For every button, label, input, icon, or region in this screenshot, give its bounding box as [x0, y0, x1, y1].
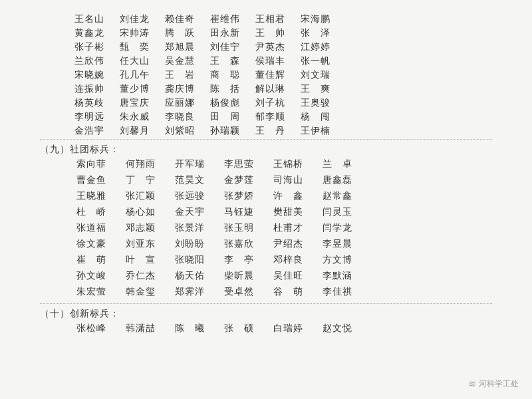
name: 马钰婕 [214, 206, 263, 218]
name: 宋海鹏 [293, 13, 338, 25]
name: 丁 宁 [116, 174, 165, 186]
name: 王奥骏 [293, 97, 338, 109]
footer-icon: ≋ [468, 378, 476, 390]
name: 王锦桥 [263, 158, 313, 170]
name: 闫学龙 [313, 222, 362, 234]
name: 许 鑫 [263, 190, 313, 202]
name: 韩潇喆 [116, 323, 165, 334]
name: 应丽娜 [157, 97, 202, 109]
s9-row-4: 杜 峤 杨心如 金天宇 马钰婕 樊甜美 闫灵玉 [40, 206, 492, 221]
name: 田 周 [202, 111, 247, 123]
name-row-8: 李明远 朱永威 李晓良 田 周 郁李顺 杨 闯 [66, 111, 492, 123]
name: 张晓阳 [165, 254, 214, 266]
name: 龚庆博 [157, 83, 202, 95]
name: 何翔雨 [116, 158, 165, 170]
name: 索向菲 [66, 158, 116, 170]
name: 陈 括 [202, 83, 247, 95]
name: 刘文瑞 [293, 69, 338, 81]
s9-row-5: 张道福 邓志颖 张景洋 张玉明 杜甫才 闫学龙 [40, 222, 492, 237]
name: 刘佳龙 [112, 13, 157, 25]
name: 李思萤 [214, 158, 263, 170]
section-10-title: （十）创新标兵： [40, 308, 492, 320]
name: 尹英杰 [247, 41, 293, 53]
name: 杨天佑 [165, 270, 214, 282]
name: 董佳辉 [247, 69, 293, 81]
s9-row-3: 王晓雅 张汇颖 张远骏 张梦娇 许 鑫 赵常鑫 [40, 190, 492, 205]
page: 王名山 刘佳龙 赖佳奇 崔维伟 王相君 宋海鹏 黄鑫龙 宋帅涛 腾 跃 田永新 … [0, 0, 532, 399]
name: 董少博 [112, 83, 157, 95]
footer: ≋ 河科学工处 [468, 378, 519, 390]
name: 方文博 [313, 254, 362, 266]
name: 张道福 [66, 222, 116, 234]
name: 刘佳宁 [202, 41, 247, 53]
top-name-section: 王名山 刘佳龙 赖佳奇 崔维伟 王相君 宋海鹏 黄鑫龙 宋帅涛 腾 跃 田永新 … [40, 13, 492, 137]
name: 张 硕 [214, 323, 263, 334]
name-row-9: 金浩宇 刘馨月 刘紫昭 孙瑞颖 王 丹 王伊楠 [66, 125, 492, 137]
name: 孙文峻 [66, 270, 116, 282]
name: 张一帆 [293, 55, 338, 67]
s9-row-1: 索向菲 何翔雨 开军瑞 李思萤 王锦桥 兰 卓 [40, 158, 492, 173]
name: 孙瑞颖 [202, 125, 247, 137]
name: 郁李顺 [247, 111, 293, 123]
name: 侯瑞丰 [247, 55, 293, 67]
name: 黄鑫龙 [66, 27, 112, 39]
name: 朱永威 [112, 111, 157, 123]
name-row-2: 黄鑫龙 宋帅涛 腾 跃 田永新 王 帅 张 泽 [66, 27, 492, 39]
name: 李明远 [66, 111, 112, 123]
name: 邓志颖 [116, 222, 165, 234]
name: 赖佳奇 [157, 13, 202, 25]
name: 王 丹 [247, 125, 293, 137]
section-10: （十）创新标兵： 张松峰 韩潇喆 陈 曦 张 硕 白瑞婷 赵文悦 [40, 308, 492, 337]
name: 田永新 [202, 27, 247, 39]
divider [40, 139, 492, 140]
name: 樊甜美 [263, 206, 313, 218]
name: 韩金玺 [116, 286, 165, 298]
name: 张 泽 [293, 27, 338, 39]
name: 谷 萌 [263, 286, 313, 298]
name: 刘盼盼 [165, 238, 214, 250]
name: 王 森 [202, 55, 247, 67]
section-9: （九）社团标兵： 索向菲 何翔雨 开军瑞 李思萤 王锦桥 兰 卓 曹金鱼 丁 宁… [40, 144, 492, 301]
name: 张景洋 [165, 222, 214, 234]
name: 王 帅 [247, 27, 293, 39]
name: 李晓良 [157, 111, 202, 123]
name: 开军瑞 [165, 158, 214, 170]
s9-row-6: 徐文豪 刘亚东 刘盼盼 张嘉欣 尹绍杰 李昱晨 [40, 238, 492, 253]
name: 李 亭 [214, 254, 263, 266]
name: 宋晓婉 [66, 69, 112, 81]
name: 李默涵 [313, 270, 362, 282]
name: 郑霁洋 [165, 286, 214, 298]
name: 王 爽 [293, 83, 338, 95]
s10-row-1: 张松峰 韩潇喆 陈 曦 张 硕 白瑞婷 赵文悦 [40, 323, 492, 337]
name: 甄 奕 [112, 41, 157, 53]
name: 金浩宇 [66, 125, 112, 137]
name-row-4: 兰欣伟 任大山 吴金慧 王 森 侯瑞丰 张一帆 [66, 55, 492, 67]
name: 崔维伟 [202, 13, 247, 25]
name: 王晓雅 [66, 190, 116, 202]
name: 徐文豪 [66, 238, 116, 250]
name: 王相君 [247, 13, 293, 25]
name: 邓梓良 [263, 254, 313, 266]
name: 王 岩 [157, 69, 202, 81]
name: 刘紫昭 [157, 125, 202, 137]
name: 李佳祺 [313, 286, 362, 298]
section-9-title: （九）社团标兵： [40, 144, 492, 156]
name: 张梦娇 [214, 190, 263, 202]
name: 曹金鱼 [66, 174, 116, 186]
name: 闫灵玉 [313, 206, 362, 218]
name: 柴昕晨 [214, 270, 263, 282]
name-row-5: 宋晓婉 孔几午 王 岩 商 聪 董佳辉 刘文瑞 [66, 69, 492, 81]
name: 金梦莲 [214, 174, 263, 186]
name: 白瑞婷 [263, 323, 313, 334]
name: 刘馨月 [112, 125, 157, 137]
name-row-7: 杨英歧 唐宝庆 应丽娜 杨俊彪 刘子杭 王奥骏 [66, 97, 492, 109]
name: 连振帅 [66, 83, 112, 95]
name: 兰 卓 [313, 158, 362, 170]
name: 司海山 [263, 174, 313, 186]
name: 陈 曦 [165, 323, 214, 334]
name: 金天宇 [165, 206, 214, 218]
name: 商 聪 [202, 69, 247, 81]
name: 孔几午 [112, 69, 157, 81]
name: 腾 跃 [157, 27, 202, 39]
name: 李昱晨 [313, 238, 362, 250]
